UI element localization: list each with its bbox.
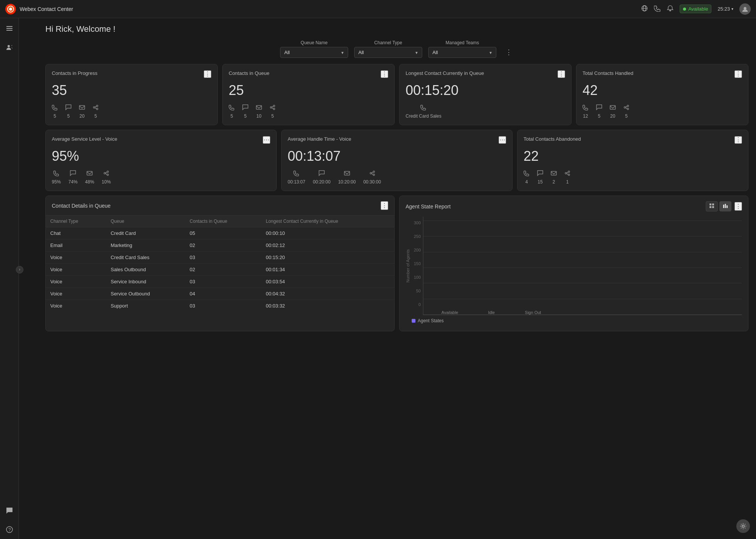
asl-social: 10% bbox=[102, 170, 111, 185]
aht-chat: 00:20:00 bbox=[313, 170, 331, 185]
email-channel-1-value: 20 bbox=[79, 113, 84, 119]
avatar[interactable] bbox=[739, 3, 751, 15]
svg-point-31 bbox=[104, 172, 105, 174]
svg-point-27 bbox=[627, 108, 629, 110]
chart-bar-view-button[interactable] bbox=[719, 201, 731, 211]
svg-line-41 bbox=[371, 174, 373, 174]
svg-point-32 bbox=[107, 171, 108, 172]
phone-icon[interactable] bbox=[654, 5, 661, 13]
tca-email-value: 2 bbox=[553, 179, 555, 185]
svg-point-39 bbox=[373, 174, 375, 176]
aht-phone: 00:13:07 bbox=[288, 170, 305, 185]
svg-line-29 bbox=[626, 108, 627, 109]
y-label-200: 200 bbox=[414, 248, 421, 252]
cell-contacts-in-queue: 04 bbox=[185, 288, 261, 300]
svg-point-15 bbox=[96, 108, 98, 110]
total-contacts-handled-menu[interactable]: ⋮ bbox=[734, 70, 742, 78]
svg-rect-6 bbox=[6, 26, 12, 27]
sidebar-item-chat[interactable] bbox=[4, 505, 15, 516]
tch-chat-value: 5 bbox=[598, 113, 601, 119]
ciq-social: 5 bbox=[270, 104, 276, 119]
chart-grid-view-button[interactable] bbox=[706, 201, 718, 211]
ciq-email: 10 bbox=[256, 104, 262, 119]
cell-channel-type: Voice bbox=[46, 276, 106, 288]
metrics-row-1: Contacts in Progress ⋮ 35 5 5 bbox=[45, 64, 748, 125]
svg-point-19 bbox=[270, 107, 272, 108]
aht-phone-value: 00:13:07 bbox=[288, 179, 305, 185]
filter-more-options-button[interactable]: ⋮ bbox=[504, 47, 514, 58]
timer-display: 25:23 ▾ bbox=[717, 6, 733, 12]
chart-y-axis-title: Number of Agents bbox=[406, 249, 410, 283]
y-label-150: 150 bbox=[414, 261, 421, 266]
aht-chat-icon bbox=[319, 170, 325, 178]
tca-social-value: 1 bbox=[566, 179, 569, 185]
avg-handle-time-card: Average Handle Time - Voice ⋯ 00:13:07 0… bbox=[281, 130, 513, 191]
chevron-down-icon[interactable]: ▾ bbox=[731, 7, 733, 11]
y-label-100: 100 bbox=[414, 275, 421, 280]
queue-name-select[interactable]: All bbox=[280, 47, 348, 58]
svg-text:?: ? bbox=[8, 527, 11, 533]
svg-line-40 bbox=[371, 172, 373, 173]
cell-channel-type: Voice bbox=[46, 288, 106, 300]
cell-channel-type: Voice bbox=[46, 252, 106, 264]
svg-rect-42 bbox=[551, 171, 556, 175]
bell-icon[interactable] bbox=[667, 5, 674, 13]
status-badge[interactable]: Available bbox=[680, 5, 712, 13]
svg-rect-18 bbox=[256, 106, 262, 109]
sidebar-collapse-button[interactable]: › bbox=[16, 266, 23, 273]
cell-queue: Support bbox=[106, 300, 185, 312]
sidebar-item-help[interactable]: ? bbox=[4, 524, 15, 535]
cell-queue: Service Outbound bbox=[106, 288, 185, 300]
globe-icon[interactable] bbox=[641, 5, 648, 13]
contact-details-table-card: Contact Details in Queue ⋮ Channel Type … bbox=[45, 196, 395, 331]
total-contacts-abandoned-menu[interactable]: ⋮ bbox=[734, 136, 742, 144]
svg-point-13 bbox=[93, 107, 95, 108]
chat-channel-icon bbox=[65, 104, 71, 112]
total-contacts-abandoned-channels: 4 15 2 1 bbox=[524, 170, 742, 185]
cell-queue: Marketing bbox=[106, 239, 185, 252]
svg-rect-7 bbox=[6, 28, 12, 29]
aht-social-icon bbox=[369, 170, 375, 178]
table-row: Voice Sales Outbound 02 00:01:34 bbox=[46, 264, 394, 276]
svg-rect-36 bbox=[344, 171, 350, 175]
managed-teams-select[interactable]: All bbox=[428, 47, 496, 58]
contact-details-header: Contact Details in Queue ⋮ bbox=[46, 196, 394, 216]
contacts-in-queue-menu[interactable]: ⋮ bbox=[381, 70, 388, 78]
managed-teams-select-wrapper: All bbox=[428, 47, 496, 58]
tch-email-icon bbox=[610, 104, 616, 112]
agent-state-report-menu[interactable]: ⋮ bbox=[734, 202, 742, 211]
cell-contacts-in-queue: 03 bbox=[185, 252, 261, 264]
channel-type-select[interactable]: All bbox=[354, 47, 422, 58]
svg-point-37 bbox=[370, 172, 372, 174]
contact-details-menu[interactable]: ⋮ bbox=[381, 201, 388, 210]
asl-social-value: 10% bbox=[102, 179, 111, 185]
tch-phone: 12 bbox=[582, 104, 589, 119]
asl-email-value: 48% bbox=[85, 179, 94, 185]
contacts-in-progress-menu[interactable]: ⋮ bbox=[204, 70, 211, 78]
sidebar-item-menu[interactable] bbox=[4, 23, 15, 34]
avg-handle-time-menu[interactable]: ⋯ bbox=[499, 136, 506, 144]
contacts-in-queue-header: Contacts in Queue ⋮ bbox=[229, 70, 388, 78]
asl-phone-icon bbox=[53, 170, 59, 178]
ciq-phone: 5 bbox=[229, 104, 235, 119]
managed-teams-filter-group: Managed Teams All bbox=[428, 40, 496, 58]
table-row: Voice Service Outbound 04 00:04:32 bbox=[46, 288, 394, 300]
welcome-header: Hi Rick, Welcome ! bbox=[45, 24, 748, 34]
tch-phone-value: 12 bbox=[583, 113, 588, 119]
tca-chat-icon bbox=[537, 170, 543, 178]
queue-name-select-wrapper: All bbox=[280, 47, 348, 58]
sidebar-item-contacts[interactable] bbox=[4, 42, 15, 53]
aht-phone-icon bbox=[293, 170, 299, 178]
contacts-in-progress-header: Contacts in Progress ⋮ bbox=[52, 70, 211, 78]
agent-state-report-header: Agent State Report bbox=[400, 196, 748, 217]
topbar-actions: Available 25:23 ▾ bbox=[641, 3, 751, 15]
col-longest-contact: Longest Contact Currently in Queue bbox=[261, 216, 394, 227]
svg-point-21 bbox=[273, 108, 275, 110]
avg-service-level-value: 95% bbox=[52, 148, 270, 164]
avg-service-level-menu[interactable]: ⋯ bbox=[263, 136, 270, 144]
svg-rect-12 bbox=[79, 106, 85, 109]
longest-contact-menu[interactable]: ⋮ bbox=[558, 70, 565, 78]
settings-button[interactable] bbox=[736, 519, 750, 533]
svg-point-45 bbox=[568, 174, 570, 176]
chart-area: Number of Agents 300 250 200 150 100 50 … bbox=[400, 217, 748, 331]
